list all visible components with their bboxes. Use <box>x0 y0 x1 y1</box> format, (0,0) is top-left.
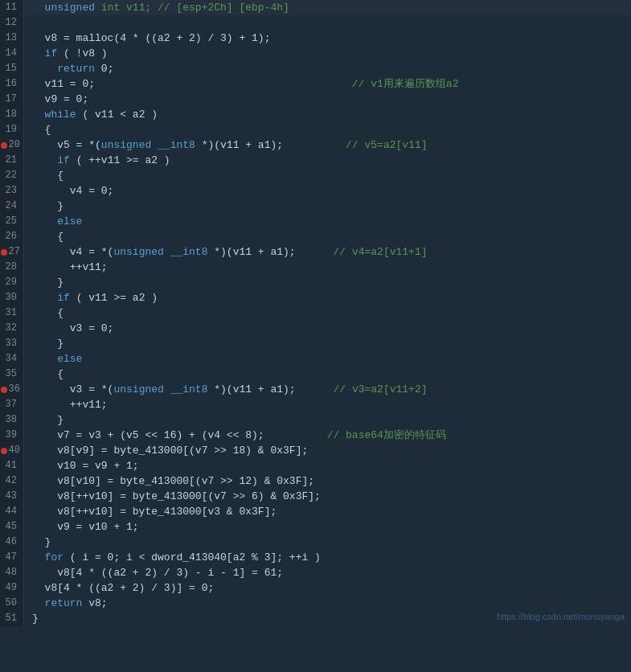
line-content: } <box>24 535 631 550</box>
line-content: } <box>24 336 631 351</box>
line-number: 51 <box>0 611 24 626</box>
code-line: 37 ++v11; <box>0 397 631 412</box>
code-line: 20 v5 = *(unsigned __int8 *)(v11 + a1); … <box>0 137 631 153</box>
line-content: v4 = 0; <box>24 183 631 199</box>
line-number: 36 <box>9 382 20 397</box>
line-number: 19 <box>0 122 24 137</box>
code-token: while <box>45 109 76 121</box>
line-number: 13 <box>0 31 24 46</box>
code-line: 15 return 0; <box>0 61 631 76</box>
line-number-bp: 36 <box>0 382 24 397</box>
line-number: 30 <box>0 290 24 305</box>
watermark: https://blog.csdn.net/monuyanga <box>497 612 625 621</box>
code-line: 48 v8[4 * ((a2 + 2) / 3) - i - 1] = 61; <box>0 565 631 580</box>
line-number: 45 <box>0 519 24 535</box>
code-token: if <box>45 47 58 59</box>
line-number: 18 <box>0 107 24 122</box>
line-number: 24 <box>0 199 24 214</box>
line-content: for ( i = 0; i < dword_413040[a2 % 3]; +… <box>24 550 631 565</box>
line-number: 34 <box>0 351 24 367</box>
line-content: return 0; <box>24 61 631 76</box>
line-number: 33 <box>0 336 24 351</box>
line-content: v8[++v10] = byte_413000[(v7 >> 6) & 0x3F… <box>24 489 631 504</box>
code-line: 16 v11 = 0; // v1用来遍历数组a2 <box>0 76 631 92</box>
code-line: 24 } <box>0 199 631 214</box>
code-line: 41 v10 = v9 + 1; <box>0 458 631 473</box>
code-line: 49 v8[4 * ((a2 + 2) / 3)] = 0; <box>0 580 631 596</box>
code-token: unsigned __int8 <box>113 246 207 258</box>
code-token: else <box>57 353 82 365</box>
line-number: 27 <box>9 244 20 260</box>
line-number: 15 <box>0 61 24 76</box>
code-line: 46 } <box>0 535 631 550</box>
code-line: 12 <box>0 15 631 31</box>
breakpoint-indicator <box>1 142 7 149</box>
line-content: { <box>24 229 631 244</box>
line-number: 43 <box>0 489 24 504</box>
line-number: 42 <box>0 473 24 489</box>
line-content: if ( ++v11 >= a2 ) <box>24 153 631 168</box>
line-content: else <box>24 214 631 229</box>
line-content: { <box>24 367 631 382</box>
line-number: 38 <box>0 412 24 428</box>
line-content: v9 = v10 + 1; <box>24 519 631 535</box>
line-number: 26 <box>0 229 24 244</box>
line-number: 40 <box>9 443 20 458</box>
code-line: 21 if ( ++v11 >= a2 ) <box>0 153 631 168</box>
line-content: v8[++v10] = byte_413000[v3 & 0x3F]; <box>24 504 631 519</box>
code-token: // v3=a2[v11+2] <box>296 383 428 395</box>
code-line: 23 v4 = 0; <box>0 183 631 199</box>
line-number: 48 <box>0 565 24 580</box>
code-token: // v4=a2[v11+1] <box>296 246 428 258</box>
line-content: if ( !v8 ) <box>24 46 631 61</box>
code-token: else <box>57 215 82 227</box>
code-line: 25 else <box>0 214 631 229</box>
line-content: if ( v11 >= a2 ) <box>24 290 631 305</box>
code-line: 40 v8[v9] = byte_413000[(v7 >> 18) & 0x3… <box>0 443 631 458</box>
code-line: 38 } <box>0 412 631 428</box>
line-number-bp: 20 <box>0 137 24 153</box>
line-content: { <box>24 168 631 183</box>
line-content: v8[v9] = byte_413000[(v7 >> 18) & 0x3F]; <box>24 443 631 458</box>
line-number: 49 <box>0 580 24 596</box>
code-line: 39 v7 = v3 + (v5 << 16) + (v4 << 8); // … <box>0 428 631 443</box>
line-content: unsigned int v11; // [esp+2Ch] [ebp-4h] <box>24 0 631 15</box>
line-number: 14 <box>0 46 24 61</box>
line-content: v3 = *(unsigned __int8 *)(v11 + a1); // … <box>24 382 631 397</box>
line-number: 32 <box>0 321 24 336</box>
line-content: else <box>24 351 631 367</box>
code-token: if <box>57 292 70 304</box>
line-content: v11 = 0; // v1用来遍历数组a2 <box>24 76 631 92</box>
code-container: 11 unsigned int v11; // [esp+2Ch] [ebp-4… <box>0 0 631 626</box>
line-content: v5 = *(unsigned __int8 *)(v11 + a1); // … <box>24 137 631 153</box>
code-line: 29 } <box>0 275 631 290</box>
code-line: 36 v3 = *(unsigned __int8 *)(v11 + a1); … <box>0 382 631 397</box>
line-number: 12 <box>0 15 24 31</box>
line-number-bp: 27 <box>0 244 24 260</box>
line-content: } <box>24 412 631 428</box>
line-content: v8[v10] = byte_413000[(v7 >> 12) & 0x3F]… <box>24 473 631 489</box>
line-content: return v8; <box>24 596 631 611</box>
line-number: 11 <box>0 0 24 15</box>
line-number: 46 <box>0 535 24 550</box>
line-content: v8[4 * ((a2 + 2) / 3) - i - 1] = 61; <box>24 565 631 580</box>
code-line: 26 { <box>0 229 631 244</box>
line-number: 25 <box>0 214 24 229</box>
line-content: v8 = malloc(4 * ((a2 + 2) / 3) + 1); <box>24 31 631 46</box>
code-line: 28 ++v11; <box>0 260 631 275</box>
code-line: 45 v9 = v10 + 1; <box>0 519 631 535</box>
code-line: 32 v3 = 0; <box>0 321 631 336</box>
code-editor: 11 unsigned int v11; // [esp+2Ch] [ebp-4… <box>0 0 631 626</box>
code-token: int v11; // [esp+2Ch] [ebp-4h] <box>95 2 289 14</box>
breakpoint-indicator <box>1 448 7 454</box>
line-number: 37 <box>0 397 24 412</box>
code-line: 11 unsigned int v11; // [esp+2Ch] [ebp-4… <box>0 0 631 15</box>
line-number: 22 <box>0 168 24 183</box>
line-content: v3 = 0; <box>24 321 631 336</box>
line-content: { <box>24 122 631 137</box>
line-number: 28 <box>0 260 24 275</box>
code-line: 31 { <box>0 305 631 321</box>
line-number: 17 <box>0 92 24 107</box>
line-content <box>24 15 631 31</box>
line-content: { <box>24 305 631 321</box>
